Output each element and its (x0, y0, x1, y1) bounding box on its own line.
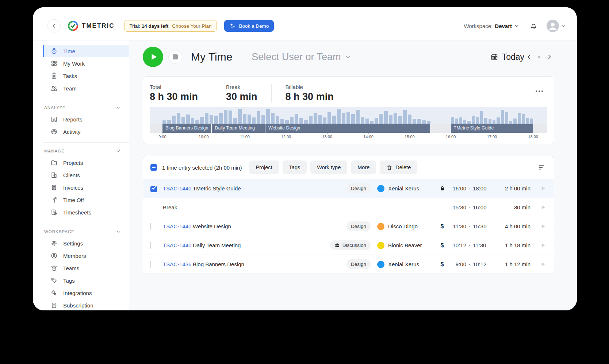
sidebar-item-time-off[interactable]: Time Off (43, 194, 129, 206)
sidebar-item-reports[interactable]: Reports (43, 113, 129, 125)
choose-plan-link[interactable]: Choose Your Plan (172, 23, 211, 29)
row-play-button[interactable] (540, 261, 547, 268)
task-id-link[interactable]: TSAC-1440 (163, 185, 193, 191)
activity-bar (323, 117, 326, 124)
time-entries-list: TSAC-1440TMetric Style GuideDesign Xenia… (143, 179, 554, 274)
activity-bar (356, 110, 360, 124)
back-button[interactable] (47, 19, 61, 32)
sidebar-item-timesheets[interactable]: Timesheets (43, 206, 129, 218)
tag-pill: Design (346, 221, 371, 231)
task-id-link[interactable]: TSAC-1436 (163, 261, 193, 267)
sidebar-item-invoices[interactable]: Invoices (43, 181, 129, 194)
start-time: 16:00 (449, 185, 466, 191)
workspace-label: Workspace: (464, 23, 493, 29)
project-button[interactable]: Project (249, 160, 279, 174)
row-play-button[interactable] (540, 242, 547, 249)
row-play-button[interactable] (540, 223, 547, 230)
row-play-button[interactable] (540, 185, 547, 192)
task-id-link[interactable]: TSAC-1440 (163, 242, 193, 248)
tmetric-logo[interactable]: TMETRIC (68, 21, 115, 31)
sidebar-item-team[interactable]: Team (43, 82, 129, 94)
sidebar-item-tasks[interactable]: Tasks (43, 70, 129, 82)
activity-bar (252, 117, 256, 124)
previous-day-button[interactable] (524, 52, 534, 62)
workspace-selector[interactable]: Workspace: Devart (464, 23, 519, 29)
sidebar-item-time[interactable]: Time (43, 45, 129, 57)
activity-bar (480, 111, 483, 124)
activity-bar (195, 120, 199, 124)
chevron-right-icon (546, 54, 553, 60)
sidebar-item-clients[interactable]: Clients (43, 169, 129, 181)
row-play-button[interactable] (540, 204, 547, 211)
building-icon (50, 171, 58, 179)
break-row[interactable]: Break15:30 - 16:0030 min (143, 198, 554, 217)
chevron-left-icon (526, 54, 532, 60)
select-all-checkbox[interactable] (150, 164, 157, 171)
row-checkbox[interactable] (150, 242, 151, 249)
summary-menu-button[interactable] (534, 89, 544, 93)
project-name: Xenial Xerus (388, 261, 419, 267)
work-type-button[interactable]: Work type (310, 160, 347, 174)
more-button[interactable]: More (351, 160, 376, 174)
section-header-manage[interactable]: MANAGE (43, 146, 129, 156)
delete-button[interactable]: Delete (380, 160, 417, 174)
timeline-segment-tmetric-style-guide: TMetric Style Guide (451, 124, 533, 133)
sparkles-icon (229, 23, 236, 29)
tag-label: Design (351, 262, 366, 267)
target-icon (50, 128, 58, 135)
time-entry-row[interactable]: TSAC-1440Daily Team MeetingDiscussion Bi… (143, 236, 554, 255)
stat-break: Break 30 min (226, 84, 272, 102)
sidebar-item-teams[interactable]: 3 Teams (43, 262, 129, 274)
tags-button[interactable]: Tags (283, 160, 307, 174)
sidebar-item-my-work[interactable]: My Work (43, 57, 129, 70)
sidebar-item-settings[interactable]: Settings (43, 237, 129, 249)
activity-bar (403, 110, 407, 124)
sidebar-item-label: Invoices (63, 185, 83, 191)
row-checkbox[interactable] (150, 223, 151, 230)
section-header-analyze[interactable]: ANALYZE (43, 102, 129, 113)
sidebar-item-subscription[interactable]: Subscription (43, 299, 129, 310)
sidebar-item-tags[interactable]: Tags (43, 274, 129, 287)
logo-text: TMETRIC (82, 22, 115, 30)
time-tick (492, 133, 492, 134)
time-entry-row[interactable]: TSAC-1436Blog Banners DesignDesign Xenia… (143, 255, 554, 274)
sidebar-item-projects[interactable]: Projects (43, 156, 129, 169)
sidebar-item-integrations[interactable]: Integrations (43, 287, 129, 299)
start-timer-button[interactable] (143, 47, 163, 67)
account-menu[interactable] (547, 20, 566, 32)
activity-bar (261, 115, 265, 124)
sort-button[interactable] (536, 162, 547, 173)
activity-bars-strip (150, 107, 547, 124)
sidebar-item-label: Activity (63, 129, 81, 135)
entry-title: TMetric Style Guide (193, 185, 322, 191)
time-entry-row[interactable]: TSAC-1440Website DesignDesign Disco Ding… (143, 217, 554, 236)
time-axis: 9:0010:0011:0012:0013:0014:0015:0016:001… (150, 133, 547, 140)
stop-timer-button[interactable] (168, 50, 182, 64)
notifications-button[interactable] (529, 22, 538, 30)
task-id-link[interactable]: TSAC-1440 (163, 223, 193, 229)
project-color-dot (377, 185, 384, 192)
stat-label: Billable (286, 84, 334, 90)
time-entry-row[interactable]: TSAC-1440TMetric Style GuideDesign Xenia… (143, 179, 554, 198)
activity-bar (210, 115, 213, 124)
trial-badge: Trial: 14 days left Choose Your Plan (124, 20, 217, 32)
chevron-down-icon (116, 105, 121, 110)
activity-bar (181, 117, 185, 124)
stat-billable: Billable 8 h 30 min (286, 84, 348, 102)
time-tick-label: 18:00 (528, 135, 538, 139)
stat-value: 8 h 30 min (286, 91, 334, 102)
next-day-button[interactable] (545, 52, 554, 62)
diamonds-icon (50, 289, 58, 297)
user-team-selector[interactable]: Select User or Team (252, 51, 352, 63)
row-checkbox[interactable] (150, 261, 151, 268)
book-demo-button[interactable]: Book a Demo (224, 20, 274, 32)
sidebar-item-members[interactable]: Members (43, 249, 129, 262)
row-checkbox[interactable] (150, 186, 157, 192)
activity-bar (167, 120, 171, 124)
section-header-workspace[interactable]: WORKSPACE (43, 226, 129, 237)
activity-bar (172, 116, 176, 124)
activity-bar (318, 115, 322, 124)
date-picker-button[interactable]: Today (490, 52, 524, 62)
sidebar-item-activity[interactable]: Activity (43, 125, 129, 138)
start-time: 11:30 (449, 223, 466, 229)
